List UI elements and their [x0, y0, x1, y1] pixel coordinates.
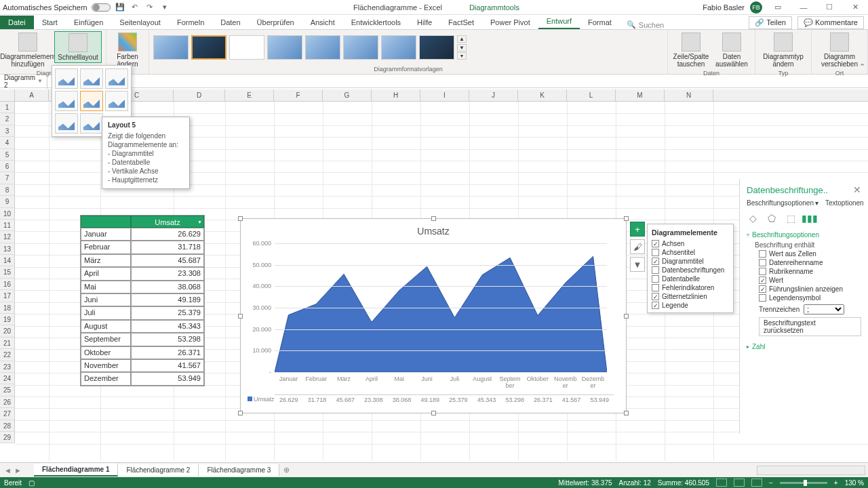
move-chart-button[interactable]: Diagramm verschieben: [816, 31, 863, 69]
tab-einfuegen[interactable]: Einfügen: [66, 16, 111, 29]
flyout-item[interactable]: Datentabelle: [652, 274, 729, 283]
resize-handle[interactable]: [238, 216, 243, 221]
styles-more[interactable]: ▾: [457, 52, 467, 60]
macro-record-icon[interactable]: ▢: [28, 479, 35, 487]
checkbox-icon[interactable]: [652, 266, 659, 274]
tab-formeln[interactable]: Formeln: [169, 16, 212, 29]
row-header[interactable]: 14: [0, 255, 15, 266]
layout-8[interactable]: [80, 113, 103, 134]
fill-icon[interactable]: ◇: [747, 212, 759, 224]
tab-datei[interactable]: Datei: [0, 16, 34, 29]
tab-entwicklertools[interactable]: Entwicklertools: [343, 16, 409, 29]
flyout-item[interactable]: ✓Gitternetzlinien: [652, 292, 729, 301]
collapse-ribbon-icon[interactable]: ⌃: [859, 62, 865, 71]
row-header[interactable]: 25: [0, 384, 15, 396]
col-header-K[interactable]: K: [518, 89, 567, 101]
checkbox-icon[interactable]: ✓: [759, 285, 766, 293]
row-header[interactable]: 9: [0, 196, 15, 207]
size-icon[interactable]: ⬚: [785, 212, 797, 224]
label-options-tab[interactable]: Beschriftungsoptionen ▾: [747, 199, 818, 207]
col-header-H[interactable]: H: [372, 89, 420, 101]
checkbox-icon[interactable]: [652, 249, 659, 256]
checkbox-icon[interactable]: [759, 294, 766, 302]
tab-factset[interactable]: FactSet: [440, 16, 482, 29]
table-row[interactable]: März45.687: [81, 254, 204, 267]
flyout-item[interactable]: ✓Legende: [652, 301, 729, 310]
table-row[interactable]: April23.308: [81, 267, 204, 280]
select-all-corner[interactable]: [0, 89, 15, 101]
view-page-break-icon[interactable]: [751, 479, 762, 487]
col-header-F[interactable]: F: [274, 89, 323, 101]
row-header[interactable]: 21: [0, 338, 15, 349]
chart-style-7[interactable]: [381, 35, 416, 60]
checkbox-icon[interactable]: ✓: [652, 258, 659, 265]
sheet-tab-3[interactable]: Flächendiagramme 3: [199, 464, 279, 476]
view-page-layout-icon[interactable]: [734, 479, 745, 487]
resize-handle[interactable]: [624, 216, 629, 221]
name-box[interactable]: Diagramm 2 ▼: [0, 74, 47, 89]
tab-daten[interactable]: Daten: [212, 16, 248, 29]
flyout-item[interactable]: Fehlerindikatoren: [652, 283, 729, 292]
chart-plot-area[interactable]: [275, 243, 607, 372]
format-checkbox-row[interactable]: Wert aus Zellen: [759, 250, 861, 258]
layout-3[interactable]: [105, 68, 128, 89]
sheet-nav-prev-icon[interactable]: ◄: [4, 466, 12, 474]
table-row[interactable]: Februar31.718: [81, 241, 204, 253]
flyout-item[interactable]: Datenbeschriftungen: [652, 266, 729, 274]
col-header-L[interactable]: L: [567, 89, 616, 101]
table-row[interactable]: Dezember53.949: [81, 372, 204, 385]
zoom-slider[interactable]: [780, 482, 827, 484]
close-icon[interactable]: ✕: [845, 1, 865, 14]
number-section[interactable]: ▸Zahl: [747, 343, 861, 350]
checkbox-icon[interactable]: [652, 284, 659, 291]
checkbox-icon[interactable]: ✓: [652, 240, 659, 247]
row-header[interactable]: 20: [0, 325, 15, 337]
share-button[interactable]: 🔗 Teilen: [749, 16, 792, 29]
col-header-J[interactable]: J: [469, 89, 518, 101]
effects-icon[interactable]: ⬠: [766, 212, 778, 224]
row-header[interactable]: 27: [0, 408, 15, 420]
chart-style-3[interactable]: [229, 35, 264, 60]
table-row[interactable]: Juni49.189: [81, 293, 204, 306]
resize-handle[interactable]: [624, 411, 629, 415]
separator-select[interactable]: ;: [804, 304, 844, 314]
row-header[interactable]: 6: [0, 161, 15, 172]
checkbox-icon[interactable]: [759, 259, 766, 266]
layout-1[interactable]: [55, 68, 78, 89]
flyout-item[interactable]: ✓Diagrammtitel: [652, 257, 729, 266]
row-header[interactable]: 17: [0, 290, 15, 302]
row-header[interactable]: 8: [0, 184, 15, 196]
close-pane-icon[interactable]: ✕: [853, 184, 861, 195]
table-row[interactable]: Mai38.068: [81, 281, 204, 293]
text-options-tab[interactable]: Textoptionen: [825, 199, 864, 207]
sheet-tab-1[interactable]: Flächendiagramme 1: [34, 464, 118, 476]
tab-format[interactable]: Format: [580, 16, 620, 29]
sheet-tab-2[interactable]: Flächendiagramme 2: [118, 464, 199, 476]
chart-object[interactable]: Umsatz -10.00020.00030.00040.00050.00060…: [240, 218, 627, 413]
quick-layout-button[interactable]: Schnelllayout: [54, 31, 102, 63]
row-header[interactable]: 18: [0, 302, 15, 314]
table-row[interactable]: September53.298: [81, 333, 204, 346]
row-header[interactable]: 2: [0, 113, 15, 125]
layout-7[interactable]: [55, 113, 78, 134]
select-data-button[interactable]: Daten auswählen: [713, 31, 751, 69]
tab-ansicht[interactable]: Ansicht: [302, 16, 343, 29]
row-header[interactable]: 26: [0, 396, 15, 408]
table-row[interactable]: Oktober26.371: [81, 346, 204, 359]
table-row[interactable]: Januar26.629: [81, 228, 204, 241]
maximize-icon[interactable]: ☐: [819, 1, 840, 14]
checkbox-icon[interactable]: [759, 250, 766, 258]
comments-button[interactable]: 💬 Kommentare: [797, 16, 864, 29]
layout-2[interactable]: [80, 68, 103, 89]
undo-icon[interactable]: ↶: [130, 2, 140, 13]
row-header[interactable]: 15: [0, 266, 15, 278]
table-row[interactable]: Juli25.379: [81, 306, 204, 319]
resize-handle[interactable]: [431, 216, 436, 221]
resize-handle[interactable]: [431, 411, 436, 415]
flyout-item[interactable]: Achsentitel: [652, 248, 729, 257]
table-row[interactable]: August45.343: [81, 320, 204, 333]
qat-customize-icon[interactable]: ▾: [159, 2, 170, 13]
row-header[interactable]: 16: [0, 279, 15, 290]
col-header-M[interactable]: M: [616, 89, 665, 101]
chart-style-1[interactable]: [153, 35, 189, 60]
